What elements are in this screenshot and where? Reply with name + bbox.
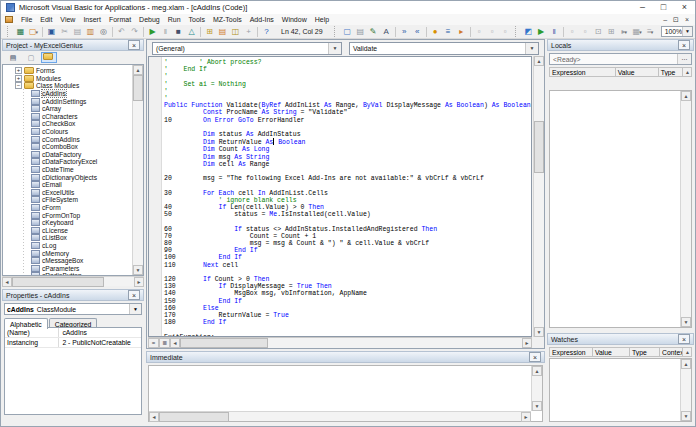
tree-item-clog[interactable]: cLog [5,242,132,250]
tree-item-clicense[interactable]: cLicense [5,226,132,234]
project-vscrollbar[interactable]: ▲ ▼ [132,65,143,275]
minimize-button[interactable]: – [632,1,653,14]
watches-list[interactable]: ▲ ▼ [549,358,692,422]
cut-icon[interactable]: ✂ [58,26,71,37]
immediate-vscrollbar[interactable]: ▲ ▼ [531,366,542,411]
tree-item-ccolours[interactable]: cColours [5,128,132,136]
redo-icon[interactable]: ↷ [128,26,141,37]
mz-window-icon[interactable]: ▢ [341,26,354,37]
locals-close-icon[interactable]: × [678,40,690,50]
tree-item-caddinsettings[interactable]: cAddInSettings [5,97,132,105]
scroll-up-icon[interactable]: ▲ [534,56,544,66]
outdent-icon[interactable]: « [411,26,424,37]
mdi-minimize-button[interactable]: – [663,16,667,24]
bookmark-icon[interactable]: ▸ [455,26,468,37]
menu-addins[interactable]: Add-Ins [246,14,278,25]
tree-item-cform[interactable]: cForm [5,204,132,212]
menu-view[interactable]: View [56,14,79,25]
next-bookmark-icon[interactable]: ▫ [473,26,486,37]
tree-folder-classmodules[interactable]: −Class Modules [5,82,132,90]
scroll-up-icon[interactable]: ▲ [681,359,691,369]
tree-item-cemail[interactable]: cEmail [5,181,132,189]
project-close-icon[interactable]: × [128,40,140,50]
save-icon[interactable]: ▣ [45,26,58,37]
run-to-cursor-icon[interactable]: ⊞ [605,26,618,37]
tab-alphabetic[interactable]: Alphabetic [4,318,48,329]
undo-icon[interactable]: ↶ [115,26,128,37]
project-tree[interactable]: +Forms+Modules−Class ModulescAddInscAddI… [2,64,144,276]
step-out-icon[interactable]: ⊡ [592,26,605,37]
prev-bookmark-icon[interactable]: ▫ [486,26,499,37]
immediate-hscrollbar[interactable]: ◄ ► [149,411,531,421]
tree-item-caddins[interactable]: cAddIns [5,90,132,98]
mz-page-icon[interactable]: ▤ [354,26,367,37]
project-explorer-icon[interactable]: ⊞ [203,26,216,37]
expand-icon[interactable]: + [15,67,22,74]
step-into-icon[interactable]: ▫ [566,26,579,37]
maximize-button[interactable]: □ [653,1,674,14]
zoom-combobox[interactable]: 100% ▼ [661,26,693,37]
step-over-icon[interactable]: ▫ [579,26,592,37]
properties-window-icon[interactable]: ▤ [216,26,229,37]
tree-item-carray[interactable]: cArray [5,105,132,113]
copy-icon[interactable]: ▤ [71,26,84,37]
code-editor[interactable]: ' ' Abort process?' End If'' Set ai = No… [148,56,532,337]
list-properties-icon[interactable]: ≡ [442,26,455,37]
object-dropdown-arrow-icon[interactable]: ▼ [328,43,341,54]
procedure-dropdown-arrow-icon[interactable]: ▼ [525,43,538,54]
scroll-up-icon[interactable]: ▲ [682,67,692,77]
tree-item-cparameters[interactable]: cParameters [5,264,132,272]
menu-run[interactable]: Run [164,14,185,25]
immediate-window-icon[interactable]: ▦▾ [631,26,644,37]
full-module-view-button[interactable]: ≣ [159,338,170,348]
insert-userform-icon[interactable]: ▢▾ [27,26,40,37]
menu-debug[interactable]: Debug [135,14,164,25]
tree-item-cexcelutils[interactable]: cExcelUtils [5,189,132,197]
view-object-button[interactable]: ▢ [23,52,39,63]
scroll-down-icon[interactable]: ▼ [681,411,691,421]
locals-window-icon[interactable]: ▸▾ [618,26,631,37]
scroll-down-icon[interactable]: ▼ [532,401,542,411]
view-code-button[interactable]: ▤ [5,52,21,63]
menu-tools[interactable]: Tools [185,14,209,25]
break2-icon[interactable]: ‖ [548,26,561,37]
find-icon[interactable]: ◎ [97,26,110,37]
mdi-restore-button[interactable]: ⊡ [673,16,679,24]
tree-item-cmessagebox[interactable]: cMessageBox [5,257,132,265]
properties-close-icon[interactable]: × [128,290,140,300]
tree-item-ckeyboard[interactable]: cKeyboard [5,219,132,227]
expand-icon[interactable]: + [15,75,22,82]
scroll-right-icon[interactable]: ► [522,338,532,348]
property-row[interactable]: Instancing2 - PublicNotCreatable [5,338,141,348]
locals-list[interactable]: ▲ ▼ [549,90,692,328]
object-browser-icon[interactable]: ◫ [229,26,242,37]
menu-insert[interactable]: Insert [79,14,105,25]
watch-window-icon[interactable]: ≡▾ [644,26,657,37]
object-browser2-icon[interactable]: ◩ [522,26,535,37]
scroll-up-icon[interactable]: ▲ [681,91,691,101]
menu-format[interactable]: Format [105,14,135,25]
tree-item-ccheckbox[interactable]: cCheckBox [5,120,132,128]
tree-item-ccombobox[interactable]: cComboBox [5,143,132,151]
break-icon[interactable]: ‖ [159,26,172,37]
object-dropdown[interactable]: (General) ▼ [152,42,342,55]
menu-window[interactable]: Window [278,14,311,25]
menu-edit[interactable]: Edit [36,14,56,25]
reset-icon[interactable]: ■ [172,26,185,37]
scroll-down-icon[interactable]: ▼ [534,327,544,337]
selector-dropdown-arrow-icon[interactable]: ▼ [129,304,141,314]
view-excel-icon[interactable]: ▦ [14,26,27,37]
menu-help[interactable]: Help [311,14,333,25]
tree-item-clistbox[interactable]: cListBox [5,234,132,242]
toggle-breakpoint-icon[interactable]: ● [429,26,442,37]
tree-item-cfilesystem[interactable]: cFileSystem [5,196,132,204]
indent-icon[interactable]: » [398,26,411,37]
watches-close-icon[interactable]: × [678,334,690,344]
toolbox-icon[interactable]: + [242,26,255,37]
tree-item-cmemory[interactable]: cMemory [5,249,132,257]
scroll-left-icon[interactable]: ◄ [170,338,180,348]
close-button[interactable]: × [674,1,695,14]
procedure-view-button[interactable]: = [148,338,159,348]
mdi-close-button[interactable]: × [685,16,689,24]
scroll-right-icon[interactable]: ► [521,412,531,422]
